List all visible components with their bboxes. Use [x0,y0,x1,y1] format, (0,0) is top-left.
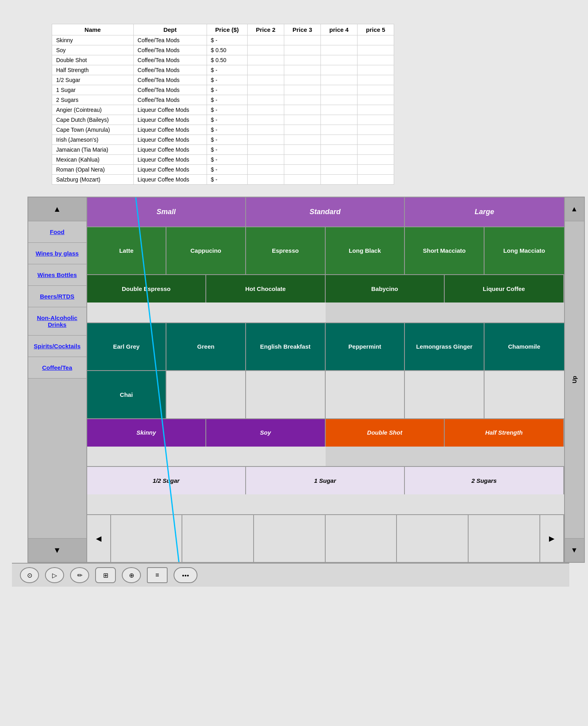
earl-grey-button[interactable]: Earl Grey [87,323,167,370]
table-cell: $ - [207,165,247,175]
table-cell: $ - [207,35,247,45]
latte-button[interactable]: Latte [87,227,167,274]
table-cell [247,175,284,185]
table-cell [284,125,320,135]
table-cell [320,45,357,55]
chai-button[interactable]: Chai [87,371,167,418]
skinny-button[interactable]: Skinny [87,419,207,447]
table-cell: Roman (Opal Nera) [52,165,134,175]
toolbar-btn-5[interactable]: ⊕ [122,567,141,583]
price-table: Name Dept Price ($) Price 2 Price 3 pric… [52,24,394,185]
english-breakfast-button[interactable]: English Breakfast [246,323,326,370]
sidebar-down-button[interactable]: ▼ [28,538,86,562]
chamomile-button[interactable]: Chamomile [484,323,564,370]
double-shot-button[interactable]: Double Shot [326,419,445,447]
pos-container: ▲ Food Wines by glass Wines Bottles Beer… [27,197,585,563]
lemongrass-ginger-button[interactable]: Lemongrass Ginger [405,323,484,370]
table-cell: $ - [207,75,247,85]
toolbar-btn-2[interactable]: ▷ [45,567,64,583]
nav-left-button[interactable]: ◀ [87,515,111,562]
table-cell [284,35,320,45]
table-cell [320,125,357,135]
table-cell: $ - [207,155,247,165]
table-cell: $ - [207,115,247,125]
table-cell [284,155,320,165]
cappucino-button[interactable]: Cappucino [166,227,246,274]
col-dept: Dept [133,24,207,35]
size-large-button[interactable]: Large [405,197,564,226]
table-cell: Liqueur Coffee Mods [133,155,207,165]
sidebar-item-beers[interactable]: Beers/RTDS [28,286,86,307]
table-cell [320,75,357,85]
scroll-up-button[interactable]: ▲ [565,197,584,221]
table-cell [284,55,320,65]
table-cell [320,35,357,45]
col-price1: Price ($) [207,24,247,35]
table-cell [247,165,284,175]
scroll-down-button[interactable]: ▼ [565,538,584,562]
table-cell [357,145,394,155]
table-cell [247,115,284,125]
size-standard-button[interactable]: Standard [246,197,405,226]
empty-5 [405,371,484,418]
table-cell: Half Strength [52,65,134,75]
table-cell: Skinny [52,35,134,45]
table-cell: Irish (Jameson's) [52,135,134,145]
soy-button[interactable]: Soy [206,419,326,447]
table-cell [357,45,394,55]
up-arrow-icon: ▲ [53,205,61,214]
peppermint-button[interactable]: Peppermint [326,323,405,370]
table-cell [357,75,394,85]
table-cell [247,85,284,95]
table-cell [357,55,394,65]
long-black-button[interactable]: Long Black [326,227,405,274]
table-cell: Liqueur Coffee Mods [133,115,207,125]
sidebar-up-button[interactable]: ▲ [28,197,86,221]
table-cell: $ 0.50 [207,55,247,65]
table-cell: Liqueur Coffee Mods [133,165,207,175]
sidebar-item-coffee-tea[interactable]: Coffee/Tea [28,357,86,379]
table-cell [357,115,394,125]
sidebar-item-wines-bottles[interactable]: Wines Bottles [28,264,86,286]
table-row: SoyCoffee/Tea Mods$ 0.50 [52,45,394,55]
long-macciato-button[interactable]: Long Macciato [484,227,564,274]
half-sugar-button[interactable]: 1/2 Sugar [87,467,246,494]
hot-chocolate-button[interactable]: Hot Chocolate [206,275,326,302]
liqueur-coffee-button[interactable]: Liqueur Coffee [445,275,564,302]
babycino-button[interactable]: Babycino [326,275,445,302]
col-price5: price 5 [357,24,394,35]
size-small-button[interactable]: Small [87,197,246,226]
table-cell [320,155,357,165]
espresso-button[interactable]: Espresso [246,227,326,274]
table-cell: Coffee/Tea Mods [133,35,207,45]
scroll-label: Up [571,221,578,538]
short-macciato-button[interactable]: Short Macciato [405,227,484,274]
toolbar-btn-3[interactable]: ✏ [70,567,89,583]
toolbar-btn-1[interactable]: ⊙ [20,567,39,583]
table-cell [357,165,394,175]
table-cell: Angier (Cointreau) [52,105,134,115]
sidebar-item-non-alcoholic[interactable]: Non-Alcoholic Drinks [28,307,86,336]
toolbar-btn-6[interactable]: ≡ [147,567,168,583]
one-sugar-button[interactable]: 1 Sugar [246,467,405,494]
table-cell: Salzburg (Mozart) [52,175,134,185]
toolbar-btn-7[interactable]: ●●● [174,567,197,583]
sidebar-item-spirits[interactable]: Spirits/Cocktails [28,336,86,357]
double-espresso-button[interactable]: Double Espresso [87,275,207,302]
empty-7 [87,447,326,466]
table-cell: $ - [207,65,247,75]
table-cell [247,135,284,145]
sidebar-item-food[interactable]: Food [28,221,86,243]
nav-empty-1 [111,515,183,562]
table-cell: Coffee/Tea Mods [133,45,207,55]
empty-6 [484,371,564,418]
green-tea-button[interactable]: Green [166,323,246,370]
table-cell [247,55,284,65]
sidebar-item-wines-glass[interactable]: Wines by glass [28,243,86,264]
table-cell [247,65,284,75]
toolbar-btn-4[interactable]: ⊞ [95,567,116,583]
two-sugars-button[interactable]: 2 Sugars [405,467,564,494]
nav-right-button[interactable]: ▶ [540,515,564,562]
nav-empty-3 [254,515,326,562]
half-strength-button[interactable]: Half Strength [445,419,564,447]
